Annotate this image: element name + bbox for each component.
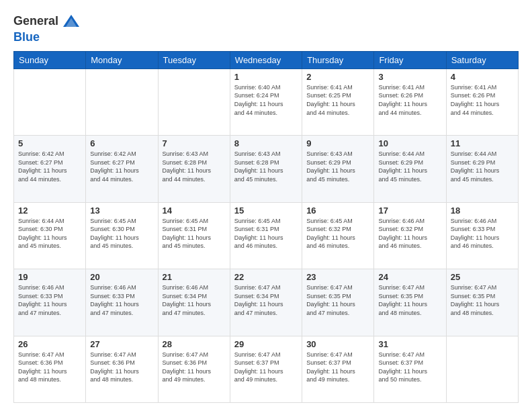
calendar-cell: 31Sunrise: 6:47 AM Sunset: 6:37 PM Dayli… (374, 336, 446, 402)
calendar-cell: 15Sunrise: 6:45 AM Sunset: 6:31 PM Dayli… (230, 202, 302, 269)
calendar-cell: 2Sunrise: 6:41 AM Sunset: 6:25 PM Daylig… (302, 68, 374, 135)
calendar-cell: 13Sunrise: 6:45 AM Sunset: 6:30 PM Dayli… (86, 202, 158, 269)
calendar-cell: 25Sunrise: 6:47 AM Sunset: 6:35 PM Dayli… (446, 269, 518, 336)
calendar-cell: 23Sunrise: 6:47 AM Sunset: 6:35 PM Dayli… (302, 269, 374, 336)
calendar-cell: 10Sunrise: 6:44 AM Sunset: 6:29 PM Dayli… (374, 136, 446, 202)
day-info: Sunrise: 6:41 AM Sunset: 6:26 PM Dayligh… (451, 83, 514, 117)
day-number: 9 (306, 138, 369, 148)
calendar-cell: 3Sunrise: 6:41 AM Sunset: 6:26 PM Daylig… (374, 68, 446, 135)
calendar-cell: 9Sunrise: 6:43 AM Sunset: 6:29 PM Daylig… (302, 136, 374, 202)
day-number: 27 (90, 339, 153, 349)
day-info: Sunrise: 6:42 AM Sunset: 6:27 PM Dayligh… (90, 150, 153, 183)
day-info: Sunrise: 6:43 AM Sunset: 6:29 PM Dayligh… (306, 150, 369, 183)
day-number: 7 (163, 138, 226, 148)
calendar-cell: 5Sunrise: 6:42 AM Sunset: 6:27 PM Daylig… (14, 136, 86, 202)
day-info: Sunrise: 6:47 AM Sunset: 6:36 PM Dayligh… (163, 351, 226, 384)
day-number: 5 (18, 138, 81, 148)
day-number: 29 (234, 339, 298, 349)
logo-icon (62, 12, 81, 31)
calendar-week-row: 12Sunrise: 6:44 AM Sunset: 6:30 PM Dayli… (14, 202, 519, 269)
weekday-header-cell: Wednesday (230, 51, 302, 68)
calendar-cell: 21Sunrise: 6:46 AM Sunset: 6:34 PM Dayli… (158, 269, 230, 336)
calendar-cell: 8Sunrise: 6:43 AM Sunset: 6:28 PM Daylig… (230, 136, 302, 202)
weekday-header-cell: Thursday (302, 51, 374, 68)
calendar-cell (14, 68, 86, 135)
calendar-cell: 28Sunrise: 6:47 AM Sunset: 6:36 PM Dayli… (158, 336, 230, 402)
header: General Blue (13, 12, 519, 44)
weekday-header-row: SundayMondayTuesdayWednesdayThursdayFrid… (14, 51, 519, 68)
day-info: Sunrise: 6:47 AM Sunset: 6:34 PM Dayligh… (234, 283, 298, 317)
day-info: Sunrise: 6:47 AM Sunset: 6:35 PM Dayligh… (451, 283, 514, 317)
weekday-header-cell: Friday (374, 51, 446, 68)
day-info: Sunrise: 6:47 AM Sunset: 6:36 PM Dayligh… (18, 351, 81, 384)
logo-blue-text: Blue (13, 30, 40, 44)
day-info: Sunrise: 6:47 AM Sunset: 6:35 PM Dayligh… (378, 283, 441, 317)
day-info: Sunrise: 6:44 AM Sunset: 6:29 PM Dayligh… (378, 150, 441, 183)
day-number: 21 (163, 272, 226, 282)
day-info: Sunrise: 6:44 AM Sunset: 6:30 PM Dayligh… (18, 217, 81, 250)
day-number: 24 (378, 272, 441, 282)
day-info: Sunrise: 6:41 AM Sunset: 6:25 PM Dayligh… (306, 83, 369, 117)
day-number: 26 (18, 339, 81, 349)
calendar-cell: 26Sunrise: 6:47 AM Sunset: 6:36 PM Dayli… (14, 336, 86, 402)
calendar-cell (158, 68, 230, 135)
calendar-cell: 7Sunrise: 6:43 AM Sunset: 6:28 PM Daylig… (158, 136, 230, 202)
calendar-week-row: 5Sunrise: 6:42 AM Sunset: 6:27 PM Daylig… (14, 136, 519, 202)
day-number: 20 (90, 272, 153, 282)
day-number: 18 (451, 205, 514, 216)
page: General Blue SundayMondayTuesdayWednesda… (0, 0, 532, 411)
day-info: Sunrise: 6:43 AM Sunset: 6:28 PM Dayligh… (234, 150, 298, 183)
day-info: Sunrise: 6:47 AM Sunset: 6:37 PM Dayligh… (378, 351, 441, 384)
calendar-cell (446, 336, 518, 402)
day-number: 19 (18, 272, 81, 282)
weekday-header-cell: Monday (86, 51, 158, 68)
day-number: 13 (90, 205, 153, 216)
day-info: Sunrise: 6:47 AM Sunset: 6:37 PM Dayligh… (234, 351, 298, 384)
day-info: Sunrise: 6:41 AM Sunset: 6:26 PM Dayligh… (378, 83, 441, 117)
day-number: 8 (234, 138, 298, 148)
day-number: 28 (163, 339, 226, 349)
day-number: 17 (378, 205, 441, 216)
day-info: Sunrise: 6:40 AM Sunset: 6:24 PM Dayligh… (234, 83, 298, 117)
day-number: 14 (163, 205, 226, 216)
calendar-cell (86, 68, 158, 135)
day-number: 30 (306, 339, 369, 349)
calendar-cell: 14Sunrise: 6:45 AM Sunset: 6:31 PM Dayli… (158, 202, 230, 269)
day-info: Sunrise: 6:46 AM Sunset: 6:34 PM Dayligh… (163, 283, 226, 317)
day-info: Sunrise: 6:44 AM Sunset: 6:29 PM Dayligh… (451, 150, 514, 183)
day-number: 16 (306, 205, 369, 216)
day-info: Sunrise: 6:42 AM Sunset: 6:27 PM Dayligh… (18, 150, 81, 183)
day-info: Sunrise: 6:47 AM Sunset: 6:37 PM Dayligh… (306, 351, 369, 384)
calendar-cell: 20Sunrise: 6:46 AM Sunset: 6:33 PM Dayli… (86, 269, 158, 336)
calendar-cell: 30Sunrise: 6:47 AM Sunset: 6:37 PM Dayli… (302, 336, 374, 402)
calendar-body: 1Sunrise: 6:40 AM Sunset: 6:24 PM Daylig… (14, 68, 519, 402)
day-info: Sunrise: 6:45 AM Sunset: 6:31 PM Dayligh… (163, 217, 226, 250)
day-info: Sunrise: 6:46 AM Sunset: 6:33 PM Dayligh… (451, 217, 514, 250)
calendar-cell: 18Sunrise: 6:46 AM Sunset: 6:33 PM Dayli… (446, 202, 518, 269)
day-number: 12 (18, 205, 81, 216)
day-number: 4 (451, 72, 514, 82)
calendar-week-row: 26Sunrise: 6:47 AM Sunset: 6:36 PM Dayli… (14, 336, 519, 402)
day-number: 15 (234, 205, 298, 216)
logo-general-text: General (13, 15, 58, 28)
calendar-cell: 12Sunrise: 6:44 AM Sunset: 6:30 PM Dayli… (14, 202, 86, 269)
day-number: 3 (378, 72, 441, 82)
day-info: Sunrise: 6:43 AM Sunset: 6:28 PM Dayligh… (163, 150, 226, 183)
day-info: Sunrise: 6:46 AM Sunset: 6:33 PM Dayligh… (18, 283, 81, 317)
calendar-cell: 16Sunrise: 6:45 AM Sunset: 6:32 PM Dayli… (302, 202, 374, 269)
weekday-header-cell: Tuesday (158, 51, 230, 68)
calendar-cell: 27Sunrise: 6:47 AM Sunset: 6:36 PM Dayli… (86, 336, 158, 402)
calendar-cell: 11Sunrise: 6:44 AM Sunset: 6:29 PM Dayli… (446, 136, 518, 202)
weekday-header-cell: Sunday (14, 51, 86, 68)
day-number: 10 (378, 138, 441, 148)
day-info: Sunrise: 6:45 AM Sunset: 6:30 PM Dayligh… (90, 217, 153, 250)
day-number: 23 (306, 272, 369, 282)
day-info: Sunrise: 6:46 AM Sunset: 6:32 PM Dayligh… (378, 217, 441, 250)
day-number: 31 (378, 339, 441, 349)
calendar-cell: 4Sunrise: 6:41 AM Sunset: 6:26 PM Daylig… (446, 68, 518, 135)
calendar-cell: 29Sunrise: 6:47 AM Sunset: 6:37 PM Dayli… (230, 336, 302, 402)
calendar-week-row: 19Sunrise: 6:46 AM Sunset: 6:33 PM Dayli… (14, 269, 519, 336)
weekday-header-cell: Saturday (446, 51, 518, 68)
day-number: 11 (451, 138, 514, 148)
day-info: Sunrise: 6:45 AM Sunset: 6:31 PM Dayligh… (234, 217, 298, 250)
